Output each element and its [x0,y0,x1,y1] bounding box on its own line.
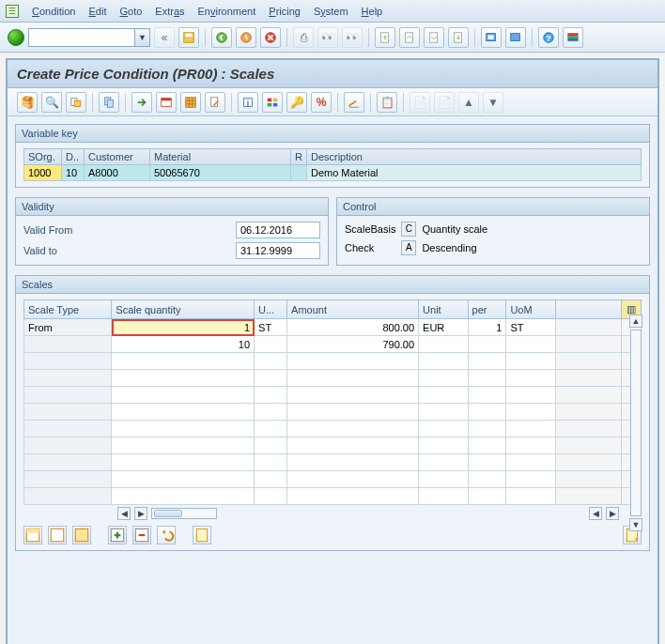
delete-row-icon[interactable] [132,526,151,544]
grid-icon[interactable] [180,92,201,113]
back-icon[interactable] [211,27,232,48]
cell-uom1[interactable]: ST [255,319,287,336]
cell-unit[interactable]: EUR [419,319,469,336]
shortcut-icon[interactable] [505,27,526,48]
percent-icon[interactable]: % [311,92,332,113]
col-uom2[interactable]: UoM [506,300,556,319]
menu-system[interactable]: System [314,6,348,17]
cell-customer: A8000 [85,165,150,181]
cell-per[interactable] [468,336,506,353]
clipboard-icon[interactable]: 📋 [377,92,397,113]
check-code: A [401,240,416,255]
first-page-icon[interactable] [375,27,395,48]
cell-material: 50065670 [150,165,291,181]
col-unit[interactable]: Unit [419,300,469,319]
svg-rect-16 [568,36,579,38]
cell-uom2[interactable] [506,336,556,353]
scroll-left-icon[interactable]: ◀ [589,507,602,520]
help-icon[interactable]: ? [538,27,559,48]
table-row[interactable]: 10 790.00 [24,336,642,353]
valid-from-label: Valid From [23,224,228,236]
layout-icon[interactable] [563,27,583,48]
scroll-down-icon[interactable]: ▼ [629,518,642,531]
sheet-icon[interactable] [193,526,211,544]
cancel-icon[interactable] [260,27,281,48]
scroll-right-icon[interactable]: ▶ [606,507,619,520]
tri-dn-icon[interactable]: ▼ [483,92,503,113]
last-page-icon[interactable] [448,27,469,48]
insert-row-icon[interactable] [108,526,127,544]
page-dn-icon[interactable]: 📄 [434,92,455,113]
select-all-icon[interactable] [23,526,42,544]
valid-from-field[interactable] [236,222,320,238]
cell-scale-qty[interactable]: 10 [112,336,255,353]
undo-icon[interactable] [157,526,176,544]
table-row[interactable]: From 1 ST 800.00 EUR 1 ST [24,319,642,336]
deselect-icon[interactable] [48,526,67,544]
prev-page-icon[interactable] [399,27,420,48]
svg-rect-31 [273,102,277,106]
chart-icon[interactable] [344,92,364,113]
calendar-icon[interactable] [156,92,177,113]
horizontal-scrollbar-left[interactable]: ◀ ▶ [117,507,217,520]
menu-pricing[interactable]: Pricing [269,6,301,17]
new-session-icon[interactable] [481,27,502,48]
menu-condition[interactable]: Condition [32,6,76,17]
svg-rect-19 [74,100,80,106]
scroll-left-icon[interactable]: ◀ [117,507,131,520]
info-icon[interactable]: i [238,92,258,113]
edit-icon[interactable] [205,92,225,113]
col-uom1[interactable]: U... [255,300,287,319]
scroll-up-icon[interactable]: ▲ [629,314,642,328]
svg-rect-28 [268,98,271,101]
copy-icon[interactable] [99,92,119,113]
menu-environment[interactable]: Environment [198,6,256,17]
col-scale-qty[interactable]: Scale quantity [112,300,255,319]
cell-unit[interactable] [419,336,469,353]
menu-help[interactable]: Help [362,6,383,17]
svg-text:?: ? [546,33,550,42]
cell-amount[interactable]: 800.00 [287,319,419,336]
col-per[interactable]: per [468,300,506,319]
back-left-icon[interactable]: « [154,27,175,48]
cell-per[interactable]: 1 [468,319,506,336]
scroll-right-icon[interactable]: ▶ [134,507,147,520]
menu-edit[interactable]: Edit [89,6,107,17]
select-icon[interactable]: 🔍 [41,92,62,113]
validity-title: Validity [16,198,328,216]
horizontal-scrollbar-right[interactable]: ◀ ▶ [589,507,619,520]
scroll-track[interactable] [630,330,642,516]
cell-scale-type[interactable]: From [24,319,112,336]
select-block-icon[interactable] [72,526,91,544]
scroll-track[interactable] [151,508,217,519]
key-icon[interactable]: 🔑 [286,92,307,113]
goto-icon[interactable] [131,92,152,113]
enter-icon[interactable] [8,29,24,46]
cell-uom1[interactable] [255,336,287,353]
tri-up-icon[interactable]: ▲ [458,92,479,113]
scales-footer-toolbar [23,520,642,544]
save-icon[interactable] [178,27,199,48]
exit-icon[interactable] [236,27,256,48]
command-field[interactable]: ▼ [28,28,150,47]
overview-icon[interactable]: 🥞 [17,92,38,113]
svg-rect-17 [568,38,579,40]
cell-scale-qty[interactable]: 1 [112,319,255,336]
menu-extras[interactable]: Extras [155,6,184,17]
cell-amount[interactable]: 790.00 [287,336,419,353]
scroll-thumb[interactable] [154,510,182,517]
valid-to-field[interactable] [236,242,320,259]
chevron-down-icon[interactable]: ▼ [134,29,149,46]
next-page-icon[interactable] [424,27,444,48]
legend1-icon[interactable] [262,92,283,113]
cell-uom2[interactable]: ST [506,319,556,336]
col-scale-type[interactable]: Scale Type [24,300,112,319]
vertical-scrollbar[interactable]: ▲ ▼ [628,314,643,531]
sap-app-icon[interactable]: ☰ [6,5,19,18]
page-up-icon[interactable]: 📄 [410,92,430,113]
detail-icon[interactable] [66,92,86,113]
cell-scale-type[interactable] [24,336,112,353]
menu-goto[interactable]: Goto [119,6,142,17]
control-panel: Control ScaleBasis C Quantity scale Chec… [336,197,650,266]
col-amount[interactable]: Amount [287,300,419,319]
